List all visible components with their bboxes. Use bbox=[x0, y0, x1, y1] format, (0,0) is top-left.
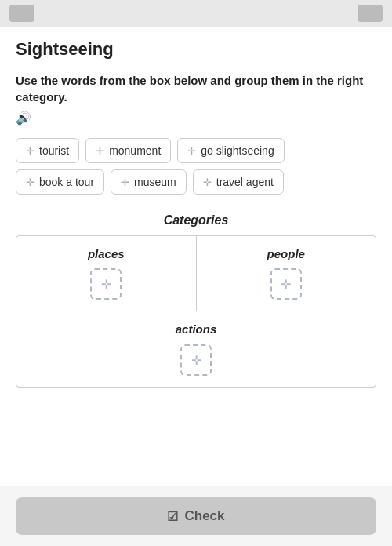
bottom-label-row: actions bbox=[24, 322, 368, 337]
check-label: Check bbox=[184, 508, 224, 524]
drop-zone-people-icon: ✛ bbox=[281, 277, 291, 292]
category-label-places: places bbox=[88, 247, 125, 260]
word-chip-museum[interactable]: ✛ museum bbox=[111, 169, 187, 195]
categories-title: Categories bbox=[16, 213, 376, 228]
drag-handle-travel-agent: ✛ bbox=[203, 177, 212, 188]
word-chip-go-sightseeing[interactable]: ✛ go slightseeing bbox=[177, 138, 284, 163]
top-bar-left-button[interactable] bbox=[9, 5, 34, 22]
category-cell-actions[interactable]: actions ✛ bbox=[16, 311, 376, 387]
word-chip-book-a-tour[interactable]: ✛ book a tour bbox=[16, 169, 104, 195]
page-container: Sightseeing Use the words from the box b… bbox=[0, 0, 392, 546]
drag-handle-museum: ✛ bbox=[121, 177, 129, 188]
content-area: Sightseeing Use the words from the box b… bbox=[0, 27, 392, 546]
categories-section: Categories places ✛ people ✛ bbox=[16, 213, 376, 388]
word-label-monument: monument bbox=[109, 144, 161, 157]
word-label-tourist: tourist bbox=[39, 144, 69, 157]
top-bar-right-button[interactable] bbox=[358, 5, 383, 22]
check-bar: ☑ Check bbox=[0, 486, 392, 546]
category-cell-people[interactable]: people ✛ bbox=[197, 236, 376, 311]
top-bar bbox=[0, 0, 392, 27]
check-button[interactable]: ☑ Check bbox=[16, 497, 376, 535]
word-chip-tourist[interactable]: ✛ tourist bbox=[16, 138, 79, 163]
drop-zone-places[interactable]: ✛ bbox=[90, 268, 122, 300]
drop-zone-actions[interactable]: ✛ bbox=[180, 344, 212, 376]
word-label-travel-agent: travel agent bbox=[216, 176, 274, 188]
categories-top-row: places ✛ people ✛ bbox=[16, 236, 376, 311]
category-cell-places[interactable]: places ✛ bbox=[16, 236, 197, 311]
audio-icon[interactable]: 🔊 bbox=[16, 110, 31, 127]
drag-handle-go-sightseeing: ✛ bbox=[187, 145, 196, 157]
word-label-book-a-tour: book a tour bbox=[39, 176, 94, 188]
category-label-actions: actions bbox=[176, 322, 217, 336]
word-label-museum: museum bbox=[134, 176, 176, 188]
drag-handle-tourist: ✛ bbox=[26, 145, 34, 157]
drop-zone-places-icon: ✛ bbox=[101, 277, 111, 292]
word-chip-travel-agent[interactable]: ✛ travel agent bbox=[193, 169, 284, 195]
instruction: Use the words from the box below and gro… bbox=[16, 72, 376, 127]
page-title: Sightseeing bbox=[16, 39, 376, 60]
word-chip-monument[interactable]: ✛ monument bbox=[85, 138, 171, 163]
word-label-go-sightseeing: go slightseeing bbox=[201, 144, 274, 157]
instruction-text: Use the words from the box below and gro… bbox=[16, 72, 376, 105]
word-bank: ✛ tourist ✛ monument ✛ go slightseeing ✛… bbox=[16, 138, 376, 195]
drag-handle-book-a-tour: ✛ bbox=[26, 177, 34, 188]
categories-grid: places ✛ people ✛ actions bbox=[16, 235, 376, 388]
drop-zone-actions-icon: ✛ bbox=[191, 353, 201, 368]
check-icon: ☑ bbox=[167, 509, 178, 524]
drag-handle-monument: ✛ bbox=[96, 145, 104, 157]
category-label-people: people bbox=[267, 247, 305, 260]
drop-zone-people[interactable]: ✛ bbox=[270, 268, 302, 300]
